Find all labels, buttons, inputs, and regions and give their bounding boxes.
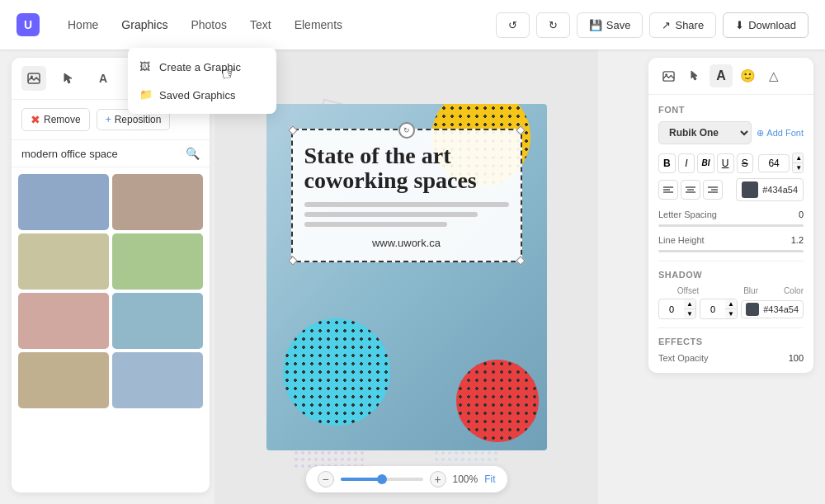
letter-spacing-row: Letter Spacing 0	[658, 210, 804, 219]
shadow-blur-up[interactable]: ▲	[725, 299, 737, 309]
nav-photos[interactable]: Photos	[179, 12, 238, 38]
nav-graphics[interactable]: Graphics	[110, 12, 179, 38]
zoom-out-button[interactable]: −	[317, 471, 333, 488]
line-height-slider[interactable]	[658, 250, 804, 252]
list-item[interactable]	[18, 293, 109, 349]
nav-text[interactable]: Text	[238, 12, 283, 38]
shadow-blur-down[interactable]: ▼	[725, 309, 737, 318]
zoom-fit-button[interactable]: Fit	[484, 473, 495, 485]
left-panel: A 🙂 △ ✖ Remove + Reposition 🔍	[12, 58, 210, 492]
right-tool-shape[interactable]: △	[762, 64, 785, 87]
list-item[interactable]	[18, 233, 109, 290]
font-size-stepper: ▲ ▼	[792, 153, 804, 173]
text-opacity-label: Text Opacity	[658, 353, 709, 363]
left-tool-cursor[interactable]	[56, 66, 81, 91]
shadow-blur-input[interactable]	[700, 302, 725, 317]
right-tool-image[interactable]	[657, 64, 680, 87]
download-icon: ⬇	[735, 19, 744, 31]
save-button[interactable]: 💾 Save	[577, 12, 644, 38]
left-tool-image[interactable]	[21, 66, 46, 91]
list-item[interactable]	[112, 293, 203, 349]
strikethrough-button[interactable]: S	[737, 153, 754, 173]
topbar: U Home Graphics Photos Text Elements ↺ ↻…	[0, 0, 825, 49]
right-panel: A 🙂 △ Font Rubik One ⊕ Add Font B I BI U…	[648, 58, 813, 373]
shadow-color-picker[interactable]: #434a54	[741, 300, 804, 318]
shadow-section: Shadow Offset Blur Color ▲ ▼	[658, 270, 804, 319]
canvas-graphic[interactable]: ↻ State of the art coworking spaces www.…	[266, 104, 547, 450]
nav-home[interactable]: Home	[56, 12, 110, 38]
cursor-pointer: ☞	[219, 61, 239, 85]
canvas-circle-red	[456, 360, 539, 442]
plus-icon: +	[106, 114, 111, 125]
bold-button[interactable]: B	[658, 153, 676, 173]
image-grid	[12, 167, 210, 415]
placeholder-line-3	[304, 222, 448, 227]
effects-section: Effects Text Opacity 100	[658, 337, 804, 363]
search-input[interactable]	[21, 148, 181, 160]
create-graphic-item[interactable]: 🖼 Create a Graphic	[128, 53, 276, 81]
canvas-textbox[interactable]: ↻ State of the art coworking spaces www.…	[291, 129, 522, 263]
list-item[interactable]	[112, 174, 203, 230]
line-height-label: Line Height	[658, 235, 724, 245]
underline-button[interactable]: U	[717, 153, 734, 173]
undo-button[interactable]: ↺	[496, 12, 530, 38]
right-panel-toolbar: A 🙂 △	[648, 58, 813, 95]
add-font-button[interactable]: ⊕ Add Font	[757, 128, 804, 139]
list-item[interactable]	[112, 233, 203, 290]
left-tool-text[interactable]: A	[91, 66, 116, 91]
align-right-button[interactable]	[703, 180, 723, 200]
placeholder-line-1	[304, 202, 509, 207]
redo-button[interactable]: ↻	[536, 12, 570, 38]
list-item[interactable]	[18, 174, 109, 230]
line-height-value: 1.2	[791, 235, 804, 245]
undo-icon: ↺	[508, 19, 517, 31]
zoom-in-button[interactable]: +	[429, 471, 446, 488]
letter-spacing-label: Letter Spacing	[658, 210, 724, 219]
effects-section-label: Effects	[658, 337, 804, 346]
zoom-slider-thumb	[376, 474, 386, 484]
right-tool-emoji[interactable]: 🙂	[736, 64, 759, 87]
remove-button[interactable]: ✖ Remove	[21, 108, 90, 131]
redo-icon: ↻	[549, 19, 558, 31]
search-icon[interactable]: 🔍	[186, 147, 200, 160]
offset-label: Offset	[658, 286, 718, 295]
align-left-button[interactable]	[658, 180, 678, 200]
font-size-up[interactable]: ▲	[793, 153, 804, 163]
right-tool-text[interactable]: A	[710, 64, 733, 87]
canvas-main-text: State of the art coworking spaces	[304, 144, 509, 195]
line-height-row: Line Height 1.2	[658, 235, 804, 245]
shadow-offset-input[interactable]	[659, 302, 684, 317]
download-button[interactable]: ⬇ Download	[723, 12, 808, 38]
text-opacity-row: Text Opacity 100	[658, 353, 804, 363]
letter-spacing-slider[interactable]	[658, 224, 804, 227]
bold-italic-button[interactable]: BI	[697, 153, 714, 173]
color-label: Color	[784, 286, 804, 295]
font-size-down[interactable]: ▼	[793, 163, 804, 172]
share-button[interactable]: ↗ Share	[649, 12, 716, 38]
letter-spacing-value: 0	[799, 210, 804, 219]
rotate-handle[interactable]: ↻	[398, 122, 415, 139]
nav-elements[interactable]: Elements	[283, 12, 354, 38]
saved-graphics-item[interactable]: 📁 Saved Graphics	[128, 81, 276, 109]
zoom-percentage: 100%	[452, 473, 478, 485]
canvas-placeholder-lines	[304, 202, 509, 227]
list-item[interactable]	[18, 352, 109, 408]
image-icon: 🖼	[139, 60, 153, 73]
font-select[interactable]: Rubik One	[658, 121, 752, 144]
right-tool-cursor[interactable]	[683, 64, 706, 87]
shadow-offset-down[interactable]: ▼	[684, 309, 695, 318]
canvas-area: ↻ State of the art coworking spaces www.…	[214, 49, 598, 504]
shadow-offset-up[interactable]: ▲	[684, 299, 695, 309]
list-item[interactable]	[112, 352, 203, 408]
logo-icon: U	[16, 13, 40, 36]
shadow-blur-stepper: ▲ ▼	[725, 299, 737, 318]
align-center-button[interactable]	[681, 180, 700, 200]
placeholder-line-2	[304, 212, 478, 217]
canvas-circle-cyan	[283, 318, 390, 426]
divider-2	[658, 327, 804, 328]
logo: U	[16, 13, 40, 36]
font-color-picker[interactable]: #434a54	[736, 178, 804, 201]
font-size-input[interactable]	[758, 154, 790, 172]
zoom-slider[interactable]	[340, 478, 422, 481]
italic-button[interactable]: I	[678, 153, 695, 173]
